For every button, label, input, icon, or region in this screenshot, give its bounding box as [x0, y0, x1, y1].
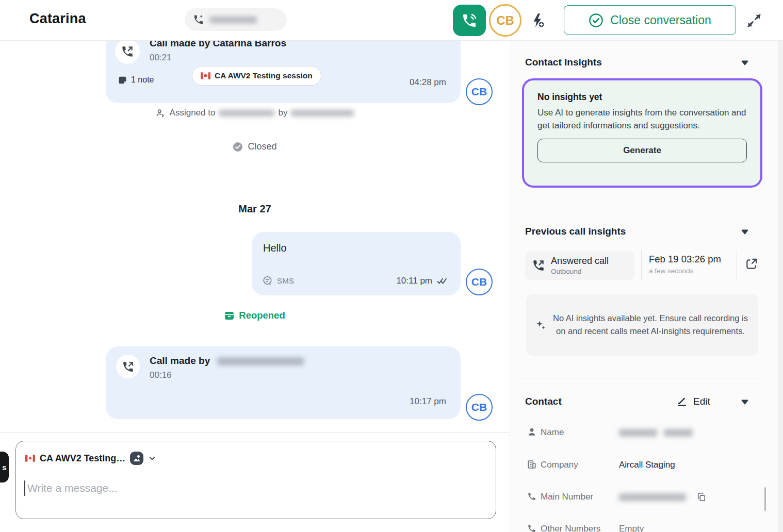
- chevron-down-icon: [148, 454, 156, 462]
- outbound-call-icon: [532, 259, 545, 272]
- contact-number-pill[interactable]: [185, 8, 287, 31]
- ai-card-body: Use AI to generate insights from the con…: [537, 106, 747, 132]
- bolt-plus-icon: [530, 11, 545, 30]
- ai-notice-box: No AI insights available yet. Ensure cal…: [526, 294, 758, 356]
- call-title-label: Call made by: [150, 355, 210, 366]
- window-edge: [778, 40, 783, 532]
- ai-card-title: No insights yet: [537, 92, 747, 103]
- composer-divider: [0, 432, 510, 433]
- avatar: CB: [466, 394, 493, 421]
- section-divider: [521, 208, 763, 208]
- contact-insights-title: Contact Insights: [525, 57, 602, 68]
- page-title: Catarina: [29, 11, 86, 27]
- ai-notice-text: No AI insights available yet. Ensure cal…: [552, 312, 749, 338]
- previous-call-datetime: Feb 19 03:26 pm a few seconds: [649, 254, 721, 275]
- reopened-label: Reopened: [239, 310, 285, 321]
- pencil-icon: [677, 396, 688, 407]
- name-redacted: [619, 429, 657, 437]
- conversation-thread: Call made by Catarina Barros 00:21 CA AW…: [0, 0, 510, 532]
- call-type: Answered call: [551, 256, 609, 267]
- sms-channel: SMS: [262, 275, 294, 286]
- call-time: 10:17 pm: [410, 396, 446, 407]
- sidebar-scrollbar[interactable]: [764, 487, 766, 511]
- open-call-button[interactable]: [744, 257, 759, 272]
- assignee-name-redacted: [219, 110, 274, 117]
- conversation-header: Catarina CB Close conversation: [0, 0, 783, 41]
- contact-collapse-button[interactable]: [740, 398, 750, 407]
- conversation-window: Call made by Catarina Barros 00:21 CA AW…: [0, 0, 783, 532]
- call-time: 04:28 pm: [410, 77, 446, 88]
- assign-user-icon: [156, 108, 165, 118]
- sms-message-card: Hello SMS 10:11 pm: [252, 232, 461, 295]
- generate-insights-button[interactable]: Generate: [537, 139, 747, 162]
- name-redacted: [664, 429, 693, 437]
- closed-event: Closed: [0, 141, 510, 152]
- assigned-by-label: by: [278, 108, 287, 118]
- image-avatar-icon: [130, 452, 143, 465]
- assigner-name-redacted: [291, 110, 354, 117]
- contact-main-number-value: [619, 492, 686, 502]
- user-avatar[interactable]: CB: [489, 4, 521, 37]
- canada-flag-icon: [25, 455, 35, 462]
- expand-window-button[interactable]: [743, 10, 765, 31]
- message-placeholder: Write a message...: [27, 482, 118, 494]
- composer-line-label: CA AWV2 Testing…: [40, 453, 125, 464]
- shortcuts-side-tab[interactable]: s: [0, 452, 9, 483]
- reopened-box-icon: [224, 311, 234, 321]
- sms-time: 10:11 pm: [396, 276, 448, 286]
- external-link-icon: [745, 257, 758, 271]
- add-automation-button[interactable]: [527, 10, 548, 31]
- contact-row-label: Main Number: [541, 492, 593, 502]
- phone-number-redacted: [209, 16, 257, 23]
- contact-row-label: Other Numbers: [541, 524, 600, 532]
- call-tag[interactable]: CA AWV2 Testing session: [192, 66, 321, 86]
- section-divider: [521, 378, 763, 378]
- call-ringing-icon: [461, 12, 478, 29]
- message-composer[interactable]: CA AWV2 Testing… Write a message...: [15, 441, 496, 519]
- caller-name-redacted: [217, 357, 304, 365]
- vertical-separator: [641, 251, 642, 280]
- assignment-event: Assigned to by: [0, 108, 510, 118]
- start-call-button[interactable]: [453, 5, 486, 36]
- note-icon: [118, 76, 127, 85]
- side-tab-label: s: [2, 463, 6, 472]
- call-direction: Outbound: [551, 268, 609, 275]
- vertical-separator: [737, 251, 737, 280]
- reopened-event: Reopened: [0, 310, 510, 321]
- call-card-2[interactable]: Call made by 00:16 10:17 pm: [106, 346, 461, 419]
- triangle-down-icon: [741, 399, 749, 405]
- close-conversation-label: Close conversation: [610, 13, 711, 27]
- text-caret: [24, 480, 25, 496]
- call-title: Call made by: [150, 355, 304, 367]
- sms-time-label: 10:11 pm: [396, 276, 432, 286]
- phone-star-icon: [193, 14, 204, 25]
- sms-icon: [262, 275, 273, 286]
- edit-contact-button[interactable]: Edit: [674, 395, 713, 408]
- message-input[interactable]: Write a message...: [24, 480, 118, 496]
- composer-line-selector[interactable]: CA AWV2 Testing…: [25, 452, 156, 465]
- contact-row-label: Name: [541, 427, 564, 438]
- outbound-call-icon: [115, 39, 140, 64]
- contact-insights-collapse-button[interactable]: [740, 59, 750, 68]
- previous-call-insights-collapse-button[interactable]: [740, 228, 750, 237]
- previous-call-insights-title: Previous call insights: [525, 226, 626, 237]
- edit-label: Edit: [693, 396, 710, 407]
- contact-row-label: Company: [541, 460, 578, 470]
- panel-divider: [510, 40, 510, 532]
- outbound-call-icon: [116, 355, 140, 378]
- assignment-text: Assigned to by: [170, 108, 354, 118]
- canada-flag-icon: [201, 72, 210, 79]
- note-count-label: 1 note: [131, 75, 154, 85]
- contact-company-value: Aircall Staging: [619, 460, 675, 470]
- triangle-down-icon: [741, 60, 749, 66]
- ai-insights-card: No insights yet Use AI to generate insig…: [522, 78, 762, 188]
- phone-icon: [527, 524, 536, 532]
- note-count[interactable]: 1 note: [118, 75, 154, 85]
- close-conversation-button[interactable]: Close conversation: [564, 5, 736, 35]
- delivered-double-check-icon: [437, 278, 448, 285]
- sparkle-icon: [535, 320, 546, 330]
- sms-channel-label: SMS: [277, 276, 294, 285]
- copy-number-button[interactable]: [696, 492, 707, 503]
- call-duration: 00:16: [150, 370, 172, 380]
- person-icon: [527, 427, 536, 437]
